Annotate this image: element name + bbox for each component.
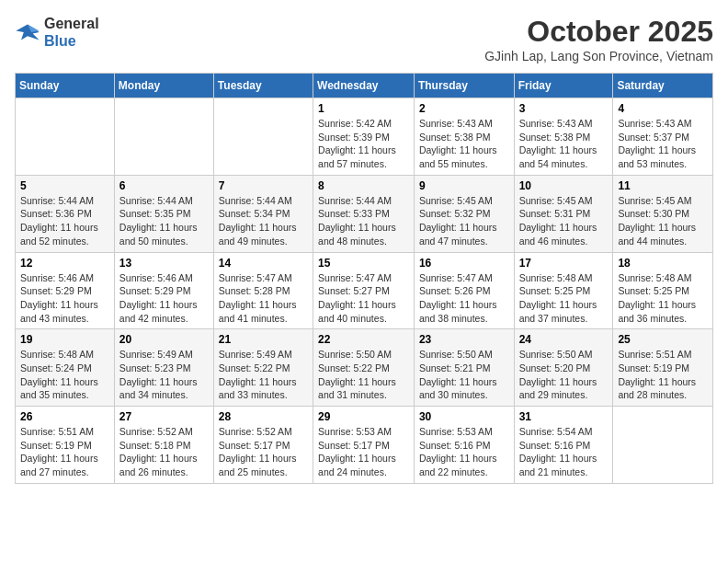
cell-info: Sunrise: 5:45 AMSunset: 5:32 PMDaylight:… — [419, 194, 509, 248]
day-number: 29 — [318, 410, 409, 423]
cell-info: Sunrise: 5:43 AMSunset: 5:38 PMDaylight:… — [419, 117, 509, 171]
day-number: 1 — [318, 102, 409, 115]
calendar-cell: 17Sunrise: 5:48 AMSunset: 5:25 PMDayligh… — [514, 252, 613, 329]
calendar-cell: 29Sunrise: 5:53 AMSunset: 5:17 PMDayligh… — [313, 407, 415, 484]
day-number: 4 — [618, 102, 708, 115]
cell-info: Sunrise: 5:48 AMSunset: 5:25 PMDaylight:… — [618, 271, 708, 326]
cell-info: Sunrise: 5:50 AMSunset: 5:22 PMDaylight:… — [318, 348, 409, 402]
cell-info: Sunrise: 5:53 AMSunset: 5:16 PMDaylight:… — [419, 425, 509, 479]
calendar-cell — [114, 98, 213, 176]
day-number: 12 — [20, 257, 109, 270]
calendar-cell: 11Sunrise: 5:45 AMSunset: 5:30 PMDayligh… — [613, 175, 713, 252]
cell-info: Sunrise: 5:47 AMSunset: 5:28 PMDaylight:… — [219, 271, 308, 326]
calendar-cell: 28Sunrise: 5:52 AMSunset: 5:17 PMDayligh… — [213, 407, 313, 484]
calendar-cell: 20Sunrise: 5:49 AMSunset: 5:23 PMDayligh… — [114, 329, 213, 407]
day-number: 19 — [20, 333, 109, 346]
month-title: October 2025 — [484, 15, 713, 49]
day-number: 22 — [318, 333, 409, 346]
cell-info: Sunrise: 5:45 AMSunset: 5:31 PMDaylight:… — [519, 194, 609, 248]
day-number: 16 — [419, 257, 509, 270]
calendar-week-row: 1Sunrise: 5:42 AMSunset: 5:39 PMDaylight… — [16, 98, 713, 176]
cell-info: Sunrise: 5:45 AMSunset: 5:30 PMDaylight:… — [618, 194, 708, 248]
logo-line1: General — [44, 15, 99, 32]
day-number: 7 — [219, 179, 308, 192]
cell-info: Sunrise: 5:54 AMSunset: 5:16 PMDaylight:… — [519, 425, 609, 479]
calendar-cell: 30Sunrise: 5:53 AMSunset: 5:16 PMDayligh… — [414, 407, 514, 484]
weekday-header-friday: Friday — [514, 74, 613, 98]
cell-info: Sunrise: 5:50 AMSunset: 5:21 PMDaylight:… — [419, 348, 509, 402]
calendar-cell: 15Sunrise: 5:47 AMSunset: 5:27 PMDayligh… — [313, 252, 415, 329]
cell-info: Sunrise: 5:49 AMSunset: 5:22 PMDaylight:… — [219, 348, 308, 402]
day-number: 6 — [119, 179, 209, 192]
calendar-cell: 27Sunrise: 5:52 AMSunset: 5:18 PMDayligh… — [114, 407, 213, 484]
day-number: 27 — [119, 410, 209, 423]
day-number: 5 — [20, 179, 109, 192]
calendar-cell — [16, 98, 115, 176]
cell-info: Sunrise: 5:50 AMSunset: 5:20 PMDaylight:… — [519, 348, 609, 402]
calendar-cell: 6Sunrise: 5:44 AMSunset: 5:35 PMDaylight… — [114, 175, 213, 252]
day-number: 25 — [618, 333, 708, 346]
calendar-week-row: 19Sunrise: 5:48 AMSunset: 5:24 PMDayligh… — [16, 329, 713, 407]
weekday-header-monday: Monday — [114, 74, 213, 98]
weekday-header-row: SundayMondayTuesdayWednesdayThursdayFrid… — [16, 74, 713, 98]
cell-info: Sunrise: 5:49 AMSunset: 5:23 PMDaylight:… — [119, 348, 209, 402]
day-number: 8 — [318, 179, 409, 192]
calendar-cell: 25Sunrise: 5:51 AMSunset: 5:19 PMDayligh… — [613, 329, 713, 407]
svg-marker-0 — [16, 25, 39, 40]
calendar-cell: 12Sunrise: 5:46 AMSunset: 5:29 PMDayligh… — [16, 252, 115, 329]
cell-info: Sunrise: 5:44 AMSunset: 5:36 PMDaylight:… — [20, 194, 109, 248]
day-number: 24 — [519, 333, 609, 346]
cell-info: Sunrise: 5:51 AMSunset: 5:19 PMDaylight:… — [618, 348, 708, 402]
cell-info: Sunrise: 5:51 AMSunset: 5:19 PMDaylight:… — [20, 425, 109, 479]
day-number: 9 — [419, 179, 509, 192]
calendar-cell: 3Sunrise: 5:43 AMSunset: 5:38 PMDaylight… — [514, 98, 613, 176]
calendar-week-row: 5Sunrise: 5:44 AMSunset: 5:36 PMDaylight… — [16, 175, 713, 252]
day-number: 31 — [519, 410, 609, 423]
calendar-cell — [213, 98, 313, 176]
day-number: 2 — [419, 102, 509, 115]
calendar-cell: 7Sunrise: 5:44 AMSunset: 5:34 PMDaylight… — [213, 175, 313, 252]
day-number: 30 — [419, 410, 509, 423]
weekday-header-tuesday: Tuesday — [213, 74, 313, 98]
calendar-cell: 1Sunrise: 5:42 AMSunset: 5:39 PMDaylight… — [313, 98, 415, 176]
title-block: October 2025 GJinh Lap, Lang Son Provinc… — [484, 15, 713, 63]
calendar-cell: 8Sunrise: 5:44 AMSunset: 5:33 PMDaylight… — [313, 175, 415, 252]
logo-line2: Blue — [44, 32, 99, 50]
day-number: 28 — [219, 410, 308, 423]
cell-info: Sunrise: 5:48 AMSunset: 5:25 PMDaylight:… — [519, 271, 609, 326]
cell-info: Sunrise: 5:52 AMSunset: 5:17 PMDaylight:… — [219, 425, 308, 479]
day-number: 21 — [219, 333, 308, 346]
day-number: 23 — [419, 333, 509, 346]
weekday-header-wednesday: Wednesday — [313, 74, 415, 98]
cell-info: Sunrise: 5:47 AMSunset: 5:26 PMDaylight:… — [419, 271, 509, 326]
day-number: 15 — [318, 257, 409, 270]
weekday-header-thursday: Thursday — [414, 74, 514, 98]
cell-info: Sunrise: 5:44 AMSunset: 5:33 PMDaylight:… — [318, 194, 409, 248]
day-number: 17 — [519, 257, 609, 270]
calendar-week-row: 12Sunrise: 5:46 AMSunset: 5:29 PMDayligh… — [16, 252, 713, 329]
day-number: 14 — [219, 257, 308, 270]
location-subtitle: GJinh Lap, Lang Son Province, Vietnam — [484, 49, 713, 63]
day-number: 26 — [20, 410, 109, 423]
day-number: 11 — [618, 179, 708, 192]
calendar-cell: 14Sunrise: 5:47 AMSunset: 5:28 PMDayligh… — [213, 252, 313, 329]
calendar-cell — [613, 407, 713, 484]
calendar-cell: 19Sunrise: 5:48 AMSunset: 5:24 PMDayligh… — [16, 329, 115, 407]
cell-info: Sunrise: 5:42 AMSunset: 5:39 PMDaylight:… — [318, 117, 409, 171]
day-number: 18 — [618, 257, 708, 270]
calendar-cell: 18Sunrise: 5:48 AMSunset: 5:25 PMDayligh… — [613, 252, 713, 329]
cell-info: Sunrise: 5:47 AMSunset: 5:27 PMDaylight:… — [318, 271, 409, 326]
calendar-cell: 5Sunrise: 5:44 AMSunset: 5:36 PMDaylight… — [16, 175, 115, 252]
cell-info: Sunrise: 5:46 AMSunset: 5:29 PMDaylight:… — [119, 271, 209, 326]
logo-icon — [15, 19, 40, 45]
calendar-cell: 4Sunrise: 5:43 AMSunset: 5:37 PMDaylight… — [613, 98, 713, 176]
day-number: 20 — [119, 333, 209, 346]
cell-info: Sunrise: 5:44 AMSunset: 5:35 PMDaylight:… — [119, 194, 209, 248]
calendar-cell: 23Sunrise: 5:50 AMSunset: 5:21 PMDayligh… — [414, 329, 514, 407]
cell-info: Sunrise: 5:43 AMSunset: 5:37 PMDaylight:… — [618, 117, 708, 171]
cell-info: Sunrise: 5:48 AMSunset: 5:24 PMDaylight:… — [20, 348, 109, 402]
calendar-cell: 22Sunrise: 5:50 AMSunset: 5:22 PMDayligh… — [313, 329, 415, 407]
calendar-cell: 21Sunrise: 5:49 AMSunset: 5:22 PMDayligh… — [213, 329, 313, 407]
cell-info: Sunrise: 5:53 AMSunset: 5:17 PMDaylight:… — [318, 425, 409, 479]
calendar-cell: 9Sunrise: 5:45 AMSunset: 5:32 PMDaylight… — [414, 175, 514, 252]
